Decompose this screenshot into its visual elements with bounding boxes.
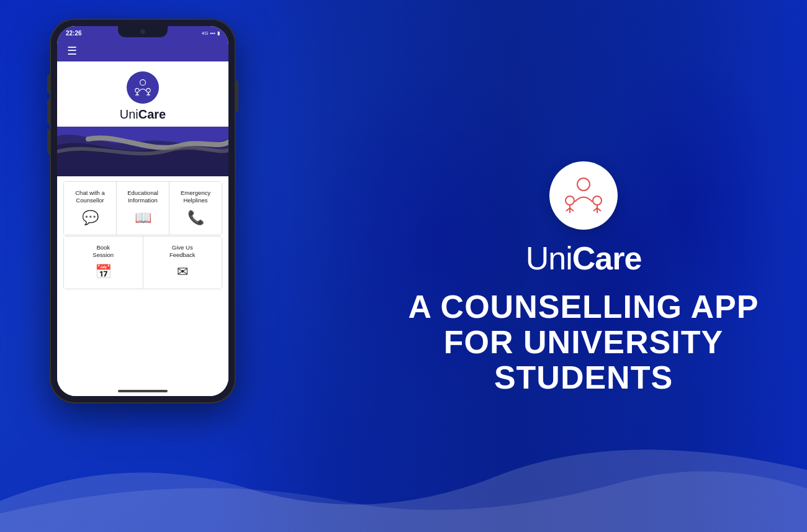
book-icon: 📖 — [135, 210, 151, 226]
app-logo-section: UniCare — [57, 61, 228, 127]
brand-logo-svg — [559, 171, 608, 220]
menu-item-book-label: BookSession — [92, 244, 114, 259]
menu-item-book[interactable]: BookSession 📅 — [64, 237, 143, 289]
svg-point-5 — [593, 196, 602, 205]
svg-point-1 — [566, 196, 574, 205]
tagline: A COUNSELLING APP FOR UNIVERSITY STUDENT… — [391, 289, 776, 396]
phone-mockup: 22:26 4G ▪▪▪ ▮ ☰ — [50, 19, 242, 404]
volume-up-button — [47, 74, 50, 93]
brand-logo-circle — [549, 161, 618, 230]
svg-point-9 — [140, 79, 146, 85]
right-brand-section: UniCare A COUNSELLING APP FOR UNIVERSITY… — [360, 0, 807, 532]
menu-item-chat-label: Chat with aCounsellor — [75, 189, 105, 205]
svg-point-14 — [147, 88, 150, 92]
app-logo-icon — [127, 71, 159, 104]
hamburger-menu[interactable]: ☰ — [67, 45, 77, 56]
menu-item-emergency-label: EmergencyHelplines — [181, 189, 210, 205]
menu-item-education-label: EducationalInformation — [127, 189, 158, 205]
phone-notch — [118, 26, 168, 37]
app-body: UniCare — [57, 61, 228, 396]
app-logo-svg — [132, 76, 154, 99]
wifi-icon: ▪▪▪ — [210, 30, 215, 36]
menu-item-emergency[interactable]: EmergencyHelplines 📞 — [169, 182, 222, 235]
brand-name: UniCare — [526, 240, 642, 277]
chat-icon: 💬 — [82, 210, 99, 226]
email-icon: ✉ — [177, 264, 188, 280]
svg-point-10 — [135, 88, 139, 92]
phone-screen: 22:26 4G ▪▪▪ ▮ ☰ — [57, 26, 228, 396]
app-logo-care: Care — [138, 107, 166, 121]
menu-row-1: Chat with aCounsellor 💬 EducationalInfor… — [63, 181, 222, 235]
app-header: ☰ — [57, 40, 228, 61]
silent-button — [47, 129, 50, 154]
menu-item-feedback[interactable]: Give UsFeedback ✉ — [143, 237, 222, 289]
menu-item-education[interactable]: EducationalInformation 📖 — [117, 182, 169, 235]
phone-frame: 22:26 4G ▪▪▪ ▮ ☰ — [50, 19, 236, 404]
menu-container: Chat with aCounsellor 💬 EducationalInfor… — [57, 181, 228, 386]
battery-icon: ▮ — [217, 30, 220, 36]
home-indicator — [118, 390, 168, 392]
menu-item-feedback-label: Give UsFeedback — [169, 244, 196, 259]
calendar-icon: 📅 — [95, 264, 112, 280]
brand-uni: Uni — [526, 240, 572, 276]
signal-icon: 4G — [202, 30, 209, 36]
camera-dot — [140, 29, 145, 34]
app-wave-decoration — [57, 127, 228, 176]
menu-item-chat[interactable]: Chat with aCounsellor 💬 — [64, 182, 116, 235]
brand-care: Care — [572, 240, 642, 276]
app-logo-uni: Uni — [120, 107, 138, 121]
status-time: 22:26 — [66, 30, 82, 37]
phone-icon: 📞 — [187, 210, 204, 226]
menu-row-2: BookSession 📅 Give UsFeedback ✉ — [63, 236, 222, 290]
svg-point-0 — [577, 178, 590, 191]
status-icons: 4G ▪▪▪ ▮ — [202, 30, 220, 36]
power-button — [236, 81, 238, 112]
volume-down-button — [47, 99, 50, 124]
app-logo-text: UniCare — [120, 107, 166, 122]
